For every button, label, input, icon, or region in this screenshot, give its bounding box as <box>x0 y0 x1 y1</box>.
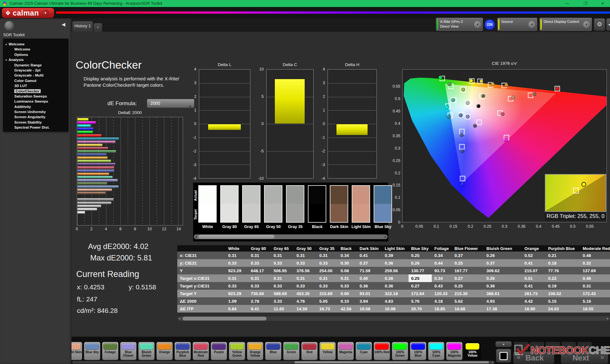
patch-button-blue-sky[interactable]: Blue Sky <box>84 342 100 360</box>
cell-y-light-skin[interactable]: 259.56 <box>382 267 409 274</box>
calman-logo-button[interactable]: ❖ calman ▼ <box>2 8 54 18</box>
patch-button-orange-yellow[interactable]: Orange Yellow <box>247 342 263 360</box>
cell-target-y-purplish-blue[interactable]: 108.52 <box>546 290 580 297</box>
cell-x-cie31-purplish-blue[interactable]: 0.21 <box>546 252 580 259</box>
cell-x-cie31-bluish-green[interactable]: 0.26 <box>484 252 522 259</box>
cell-target-x-cie31-gray-65[interactable]: 0.31 <box>271 274 294 282</box>
cell-e-itp-white[interactable]: 0.84 <box>226 305 248 313</box>
cell-target-x-cie31-black[interactable]: 0.31 <box>338 274 357 282</box>
cell-target-x-cie31-dark-skin[interactable]: 0.40 <box>357 274 382 282</box>
cell-e-itp-gray-65[interactable]: 11.65 <box>271 305 294 313</box>
sidebar-item-options[interactable]: Options <box>3 52 68 57</box>
sidebar-item-screen-uniformity[interactable]: Screen Uniformity <box>3 109 68 114</box>
cell-e-2000-gray-50[interactable]: 4.76 <box>294 297 317 305</box>
cell-e-2000-purplish-blue[interactable]: 5.15 <box>546 297 580 305</box>
collapse-panel-button[interactable]: ◀ <box>606 18 610 31</box>
cell-x-cie31-gray-65[interactable]: 0.31 <box>271 252 294 259</box>
sidebar-item-saturation-sweeps[interactable]: Saturation Sweeps <box>3 94 68 99</box>
cell-target-y-foliage[interactable]: 120.33 <box>432 290 452 297</box>
cell-target-y-moderate-red[interactable]: 172.43 <box>580 290 610 297</box>
cell-y-cie31-blue-sky[interactable]: 0.26 <box>409 259 432 267</box>
cell-e-itp-dark-skin[interactable]: 19.58 <box>357 305 382 313</box>
settings-gear-button[interactable]: ⚙ <box>594 18 605 31</box>
patch-button-100-green[interactable]: 100% Green <box>392 342 408 360</box>
cell-e-2000-orange[interactable]: 4.42 <box>522 297 546 305</box>
sidebar-collapse-icon[interactable]: ◀ <box>62 22 65 27</box>
cell-target-y-cie31-gray-35[interactable]: 0.33 <box>317 282 338 290</box>
cell-y-cie31-moderate-red[interactable]: 0.32 <box>580 259 610 267</box>
sidebar-item-additivity[interactable]: Additivity <box>3 104 68 109</box>
cell-target-y-orange[interactable]: 261.73 <box>522 290 546 297</box>
chevron-down-icon[interactable]: ▼ <box>583 21 590 28</box>
cell-x-cie31-gray-50[interactable]: 0.31 <box>294 252 317 259</box>
cell-e-itp-bluish-green[interactable]: 17.38 <box>484 305 522 313</box>
patch-button-100-cyan[interactable]: 100% Cyan <box>428 342 444 360</box>
meter-count-badge[interactable]: 226 <box>484 19 495 30</box>
patch-button-blue[interactable]: Blue <box>265 342 281 360</box>
cell-target-y-blue-sky[interactable]: 172.64 <box>409 290 432 297</box>
cell-y-cie31-black[interactable]: 0.30 <box>338 259 357 267</box>
display-control-dropdown[interactable]: Direct Display Control ▼ <box>539 17 592 31</box>
sidebar-item-screen-stability[interactable]: Screen Stability <box>3 120 68 125</box>
cell-target-y-cie31-white[interactable]: 0.33 <box>226 282 248 290</box>
patch-button-blue-flower[interactable]: Blue Flower <box>120 342 137 360</box>
col-header-blue-sky[interactable]: Blue Sky <box>409 245 432 252</box>
cell-target-y-gray-50[interactable]: 453.35 <box>294 290 317 297</box>
patch-button-bluish-green[interactable]: Bluish Green <box>138 342 155 360</box>
col-header-gray-35[interactable]: Gray 35 <box>317 245 338 252</box>
cell-x-cie31-foliage[interactable]: 0.34 <box>432 252 452 259</box>
col-header-foliage[interactable]: Foliage <box>432 245 452 252</box>
cell-e-itp-gray-35[interactable]: 16.73 <box>317 305 338 313</box>
patch-button-purplish-blue[interactable]: Purplish Blue <box>174 342 191 360</box>
col-header-moderate-red[interactable]: Moderate Red <box>580 245 610 252</box>
logo-menu-chevron-icon[interactable]: ▼ <box>42 10 49 17</box>
cell-e-itp-light-skin[interactable]: 16.98 <box>382 305 409 313</box>
cell-y-gray-80[interactable]: 648.17 <box>248 267 271 274</box>
cell-target-y-gray-35[interactable]: 315.69 <box>317 290 338 297</box>
close-button[interactable]: ✕ <box>598 1 607 6</box>
table-scrollbar[interactable]: ◂ ▸ <box>177 316 610 321</box>
cell-y-cie31-foliage[interactable]: 0.44 <box>432 259 452 267</box>
cell-target-y-cie31-blue-flower[interactable]: 0.25 <box>452 282 484 290</box>
sidebar-item-analysis[interactable]: ◢Analysis <box>3 57 68 62</box>
col-header-orange[interactable]: Orange <box>522 245 546 252</box>
cell-y-orange[interactable]: 215.07 <box>522 267 546 274</box>
cell-e-itp-orange[interactable]: 16.90 <box>522 305 546 313</box>
patch-button-foliage[interactable]: Foliage <box>102 342 119 360</box>
cell-e-itp-gray-50[interactable]: 14.59 <box>294 305 317 313</box>
cell-target-y-cie31-orange[interactable]: 0.41 <box>522 282 546 290</box>
swatch-white[interactable] <box>198 185 217 223</box>
cell-target-x-cie31-light-skin[interactable]: 0.38 <box>382 274 409 282</box>
cell-target-y-white[interactable]: 923.29 <box>226 290 248 297</box>
cell-target-y-cie31-bluish-green[interactable]: 0.36 <box>484 282 522 290</box>
cell-target-x-cie31-foliage[interactable]: 0.34 <box>432 274 452 282</box>
patch-button-yellow-green[interactable]: Yellow Green <box>229 342 245 360</box>
cell-y-dark-skin[interactable]: 71.59 <box>357 267 382 274</box>
cell-e-itp-foliage[interactable]: 18.85 <box>432 305 452 313</box>
scroll-right-icon[interactable]: ▸ <box>490 361 495 364</box>
cell-e-2000-gray-65[interactable]: 3.33 <box>271 297 294 305</box>
cell-y-cie31-white[interactable]: 0.33 <box>226 259 248 267</box>
swatch-gray-80[interactable] <box>220 185 239 223</box>
cell-target-x-cie31-purplish-blue[interactable]: 0.22 <box>546 274 580 282</box>
cell-x-cie31-light-skin[interactable]: 0.39 <box>382 252 409 259</box>
sidebar-item-3d-lut[interactable]: 3D LUT <box>3 83 68 88</box>
cell-e-2000-gray-35[interactable]: 5.05 <box>317 297 338 305</box>
col-header-black[interactable]: Black <box>338 245 357 252</box>
col-header-dark-skin[interactable]: Dark Skin <box>357 245 382 252</box>
cell-target-y-gray-80[interactable]: 730.60 <box>248 290 271 297</box>
col-header-light-skin[interactable]: Light Skin <box>382 245 409 252</box>
patch-button-red[interactable]: Red <box>301 342 318 360</box>
cell-e-2000-moderate-red[interactable]: 5.16 <box>580 297 610 305</box>
sidebar-item-spectral-power-dist[interactable]: Spectral Power Dist. <box>3 125 68 130</box>
cell-target-x-cie31-gray-80[interactable]: 0.31 <box>248 274 271 282</box>
cell-y-black[interactable]: 0.08 <box>338 267 357 274</box>
cell-e-2000-bluish-green[interactable]: 4.93 <box>484 297 522 305</box>
swatch-scrollbar-thumb[interactable] <box>198 235 274 239</box>
col-header-white[interactable]: White <box>226 245 248 252</box>
cell-y-cie31-orange[interactable]: 0.41 <box>522 259 546 267</box>
col-header-bluish-green[interactable]: Bluish Green <box>484 245 522 252</box>
cell-e-2000-blue-sky[interactable]: 5.76 <box>409 297 432 305</box>
patch-button-purple[interactable]: Purple <box>211 342 227 360</box>
swatch-scrollbar[interactable]: ◂ ▸ <box>194 234 388 239</box>
